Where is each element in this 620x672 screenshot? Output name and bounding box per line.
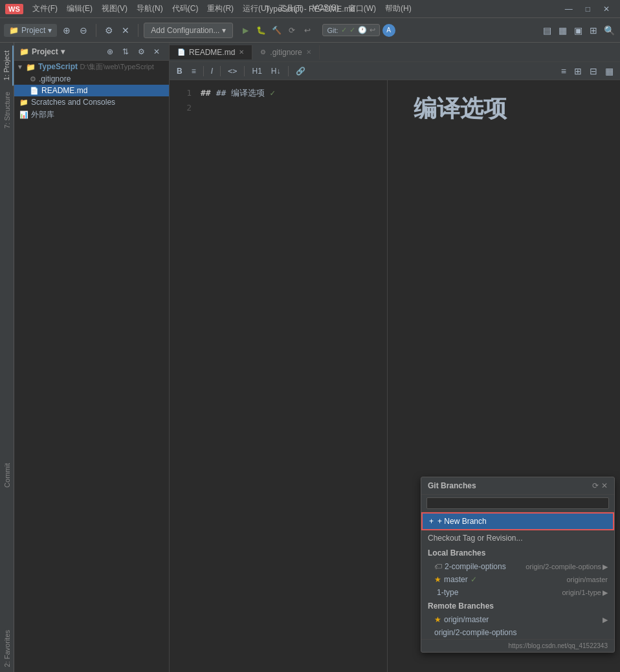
menu-file[interactable]: 文件(F) — [28, 2, 61, 16]
readme-tab-close[interactable]: ✕ — [239, 49, 244, 56]
sidebar-item-favorites[interactable]: 2: Favorites — [1, 625, 13, 672]
collapse-all-icon[interactable]: ⊖ — [76, 23, 91, 38]
branch-master-right: origin/master — [566, 576, 608, 583]
md-separator-4 — [288, 66, 289, 76]
watermark: https://blog.csdn.net/qq_41522343 — [421, 639, 614, 652]
profile-icon[interactable]: A — [382, 24, 395, 37]
md-heading-down-button[interactable]: H↓ — [268, 66, 284, 76]
project-panel: 📁 Project ▾ ⊕ ⇅ ⚙ ✕ ▼ 📁 TypeScript D:\集面… — [14, 43, 170, 672]
expand-all-icon[interactable]: ⊕ — [60, 23, 74, 38]
remote-branch-master[interactable]: ★ origin/master ▶ — [421, 613, 614, 626]
maximize-button[interactable]: □ — [581, 3, 595, 15]
readme-tab-label: README.md — [189, 48, 235, 57]
add-config-label: Add Configuration... — [151, 26, 219, 35]
branch-remote-1type: origin/1-type — [562, 589, 601, 596]
branch-2-compile-options[interactable]: 🏷 2-compile-options origin/2-compile-opt… — [421, 560, 614, 573]
menu-help[interactable]: 帮助(H) — [381, 2, 415, 16]
md-h1-button[interactable]: H1 — [249, 66, 265, 76]
tab-gitignore[interactable]: ⚙ .gitignore ✕ — [252, 45, 319, 60]
md-link-button[interactable]: 🔗 — [293, 66, 309, 76]
menu-view[interactable]: 视图(V) — [98, 2, 131, 16]
dropdown-arrow-icon[interactable]: ▾ — [61, 47, 65, 56]
close-button[interactable]: ✕ — [598, 3, 615, 15]
markdown-toolbar: B ≡ I <> H1 H↓ 🔗 ≡ ⊞ ⊟ ▦ — [170, 62, 620, 80]
tree-readme[interactable]: 📄 README.md — [14, 85, 169, 96]
gitignore-tab-close[interactable]: ✕ — [306, 49, 311, 56]
remote-branch-2compile[interactable]: origin/2-compile-options — [421, 626, 614, 639]
tree-gitignore[interactable]: ⚙ .gitignore — [14, 73, 169, 85]
left-sidebar-tabs: 1: Project 7: Structure Commit 2: Favori… — [0, 43, 14, 672]
project-dropdown[interactable]: 📁 Project ▾ — [4, 24, 57, 37]
git-branches-title: Git Branches — [428, 481, 476, 490]
tree-external-libs[interactable]: 📊 外部库 — [14, 108, 169, 122]
md-list-button[interactable]: ≡ — [188, 66, 199, 76]
branch-master[interactable]: ★ master ✓ origin/master — [421, 573, 614, 586]
checkout-label: Checkout Tag or Revision... — [428, 534, 523, 543]
view-mode-4-icon[interactable]: ⊞ — [586, 23, 601, 38]
settings-icon[interactable]: ⚙ — [102, 23, 116, 38]
tree-arrow-root: ▼ — [17, 63, 23, 70]
build-button[interactable]: 🔨 — [269, 23, 283, 38]
project-label: Project — [21, 26, 45, 35]
view-mode-1-icon[interactable]: ▤ — [540, 23, 554, 38]
md-bold-button[interactable]: B — [173, 66, 186, 76]
git-branch-search[interactable] — [421, 495, 614, 512]
panel-close-icon[interactable]: ✕ — [149, 45, 164, 59]
md-view-preview-icon[interactable]: ⊟ — [587, 65, 600, 77]
md-italic-button[interactable]: I — [208, 66, 216, 76]
minimize-button[interactable]: — — [560, 3, 578, 15]
more-run-icon[interactable]: ⟳ — [285, 23, 299, 38]
title-bar: WS 文件(F) 编辑(E) 视图(V) 导航(N) 代码(C) 重构(R) 运… — [0, 0, 620, 18]
menu-navigate[interactable]: 导航(N) — [133, 2, 167, 16]
scroll-from-source-icon[interactable]: ⇅ — [118, 45, 133, 59]
close-branches-icon[interactable]: ✕ — [601, 481, 608, 490]
panel-settings-icon[interactable]: ⚙ — [134, 45, 148, 59]
branch-1type-left: 1-type — [434, 588, 458, 597]
search-everywhere-icon[interactable]: 🔍 — [602, 23, 616, 38]
git-branch-badge[interactable]: Git: ✓ ✓ 🕐 ↩ — [322, 24, 379, 36]
md-view-grid-icon[interactable]: ▦ — [603, 65, 616, 77]
remote-2compile-left: origin/2-compile-options — [434, 628, 516, 637]
close-panel-icon[interactable]: ✕ — [118, 23, 133, 38]
readme-tab-icon: 📄 — [177, 49, 185, 56]
md-view-split-icon[interactable]: ⊞ — [571, 65, 584, 77]
menu-edit[interactable]: 编辑(E) — [63, 2, 96, 16]
view-mode-3-icon[interactable]: ▣ — [571, 23, 585, 38]
revert-button[interactable]: ↩ — [300, 23, 315, 38]
debug-button[interactable]: 🐛 — [254, 23, 268, 38]
tag-icon-2compile: 🏷 — [434, 562, 442, 571]
menu-refactor[interactable]: 重构(R) — [203, 2, 238, 16]
refresh-icon[interactable]: ⟳ — [592, 481, 599, 490]
separator-1 — [96, 24, 96, 37]
git-section: Git: ✓ ✓ 🕐 ↩ A — [322, 24, 395, 37]
tab-readme[interactable]: 📄 README.md ✕ — [170, 45, 252, 60]
git-icon-3: 🕐 — [358, 26, 367, 34]
source-editor[interactable]: ## ## 编译选项 ✓ — [195, 80, 388, 672]
branch-1-type[interactable]: 1-type origin/1-type ▶ — [421, 586, 614, 599]
git-label: Git: — [327, 27, 338, 34]
md-view-list-icon[interactable]: ≡ — [559, 65, 569, 77]
add-config-arrow: ▾ — [222, 26, 226, 35]
window-controls[interactable]: — □ ✕ — [560, 3, 615, 15]
tree-scratches[interactable]: 📁 Scratches and Consoles — [14, 96, 169, 108]
run-button[interactable]: ▶ — [238, 23, 252, 38]
app-logo: WS — [5, 4, 23, 14]
tree-root[interactable]: ▼ 📁 TypeScript D:\集面\web\TypeScript — [14, 61, 169, 73]
sidebar-item-commit[interactable]: Commit — [1, 458, 13, 493]
sidebar-item-structure[interactable]: 7: Structure — [1, 87, 13, 134]
git-branch-search-input[interactable] — [426, 497, 609, 509]
project-panel-title: 📁 Project ▾ — [19, 47, 65, 56]
tree-root-label: TypeScript D:\集面\web\TypeScript — [38, 62, 154, 72]
gitignore-icon: ⚙ — [30, 75, 36, 83]
locate-icon[interactable]: ⊕ — [103, 45, 117, 59]
md-code-button[interactable]: <> — [225, 66, 240, 76]
run-controls: ▶ 🐛 🔨 ⟳ ↩ — [238, 23, 315, 38]
add-configuration-button[interactable]: Add Configuration... ▾ — [144, 23, 233, 38]
view-mode-2-icon[interactable]: ▦ — [555, 23, 570, 38]
menu-code[interactable]: 代码(C) — [168, 2, 203, 16]
checkout-tag-item[interactable]: Checkout Tag or Revision... — [421, 530, 614, 546]
readme-label: README.md — [41, 86, 87, 95]
new-branch-item[interactable]: + + New Branch — [421, 512, 614, 530]
gitignore-label: .gitignore — [39, 74, 71, 83]
sidebar-item-project[interactable]: 1: Project — [1, 45, 14, 85]
